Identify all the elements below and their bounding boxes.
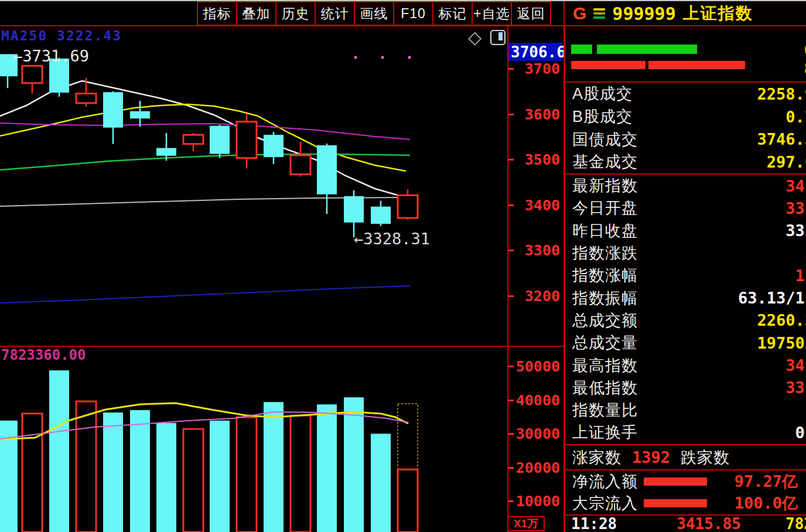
- tick-dash: [508, 68, 514, 70]
- candle-down: [344, 196, 364, 223]
- ma250-label: MA250 3222.43: [1, 28, 122, 43]
- symbol-name: 上证指数: [683, 2, 753, 25]
- diamond-marker-icon: ◇: [468, 27, 481, 47]
- status-volume: 782: [785, 515, 806, 532]
- candle-down: [371, 207, 391, 224]
- volume-bar-up: [76, 401, 96, 532]
- volume-bar-down: [317, 404, 337, 532]
- row-value: 343: [785, 356, 806, 374]
- row-label: 基金成交: [572, 151, 638, 172]
- volume-bar-down: [371, 434, 391, 532]
- index-stat-row: 昨日收盘335: [565, 220, 806, 242]
- menu-item-统计[interactable]: 统计: [315, 1, 355, 26]
- candle-up: [237, 122, 257, 158]
- price-tick: 3700: [510, 60, 560, 77]
- row-label: 指数涨幅: [572, 265, 638, 286]
- index-stat-row: 最高指数343: [565, 354, 806, 376]
- tick-dash: [508, 159, 514, 161]
- row-label: 国债成交: [572, 129, 638, 150]
- volume-bar-up: [398, 469, 418, 532]
- volume-bar-down: [156, 423, 176, 532]
- flow-row: 净流入额97.27亿: [565, 470, 806, 493]
- buy-volume-value: 6: [804, 40, 806, 60]
- volume-tick: 40000: [510, 392, 560, 409]
- volume-pane[interactable]: [0, 347, 507, 532]
- advancers-value: 1392: [632, 448, 670, 466]
- quote-panel: 6 8 A股成交2258.9B股成交0.7国债成交3746.3基金成交297.6…: [565, 26, 806, 532]
- volume-chart[interactable]: [0, 347, 507, 532]
- row-label: 指数振幅: [572, 288, 638, 309]
- menu-item-F10[interactable]: F10: [393, 1, 433, 26]
- tick-dash: [508, 250, 514, 251]
- decliners-label: 跌家数: [681, 447, 730, 468]
- volume-bar-up: [22, 414, 42, 532]
- menu-bar: 指标叠加历史统计画线F10标记+自选返回: [198, 1, 551, 26]
- row-value: 0.: [795, 424, 806, 442]
- ma20-magenta: [0, 123, 410, 139]
- tick-dash: [508, 400, 514, 401]
- index-stats-section: 最新指数341今日开盘336昨日收盘335指数涨跌5指数涨幅1.指数振幅63.1…: [565, 173, 806, 444]
- marker-dot: [381, 56, 384, 59]
- price-axis: 370036003500340033003200: [508, 26, 562, 346]
- volume-bar-up: [237, 417, 257, 532]
- menu-item-指标[interactable]: 指标: [197, 1, 237, 26]
- row-label: B股成交: [572, 106, 633, 127]
- candle-down: [264, 135, 284, 157]
- stock-terminal-app: 指标叠加历史统计画线F10标记+自选返回 G 999999 上证指数 MA250…: [0, 0, 806, 532]
- hamburger-icon[interactable]: [593, 8, 605, 19]
- index-stat-row: 总成交量197503: [565, 332, 806, 354]
- row-value: 2260.3: [757, 311, 806, 329]
- candle-up: [291, 155, 310, 175]
- menu-item-历史[interactable]: 历史: [275, 1, 316, 26]
- axis-divider: [507, 26, 508, 532]
- marker-dot: [354, 56, 357, 59]
- pane-divider: [0, 346, 563, 347]
- candlestick-chart[interactable]: [0, 26, 507, 346]
- menu-underline: [0, 25, 806, 26]
- row-label: 总成交量: [572, 332, 638, 353]
- menu-item-标记[interactable]: 标记: [432, 1, 473, 26]
- candle-down: [130, 111, 150, 118]
- candle-up: [76, 94, 96, 103]
- volume-bar-down: [130, 410, 150, 532]
- menu-item-返回[interactable]: 返回: [511, 1, 551, 26]
- status-time: 11:28: [571, 515, 617, 532]
- volume-unit-label: X1万: [507, 516, 545, 531]
- menu-item-叠加[interactable]: 叠加: [236, 1, 276, 26]
- high-price-label: ←3731.69: [13, 47, 89, 65]
- turnover-row: B股成交0.7: [565, 105, 806, 128]
- tick-dash: [508, 295, 514, 297]
- bid-ask-gauges: 6 8: [565, 26, 806, 81]
- candle-down: [156, 148, 176, 156]
- menu-item-+自选[interactable]: +自选: [472, 1, 512, 26]
- row-value: 336: [785, 199, 806, 217]
- window-toggle-icon[interactable]: [490, 30, 506, 45]
- row-value: 341: [785, 177, 806, 195]
- ma250-blue: [0, 286, 410, 303]
- tick-dash: [508, 467, 514, 469]
- row-value: 297.6: [767, 153, 806, 171]
- index-stat-row: 指数量比: [565, 399, 806, 421]
- index-stat-row: 指数涨跌5: [565, 242, 806, 264]
- row-label: 昨日收盘: [572, 220, 638, 241]
- index-stat-row: 今日开盘336: [565, 197, 806, 219]
- volume-bar-down: [103, 412, 123, 532]
- volume-bar-down: [49, 370, 69, 532]
- index-stat-row: 指数涨幅1.: [565, 264, 806, 287]
- candle-up: [183, 135, 203, 144]
- symbol-header: G 999999 上证指数: [565, 1, 806, 26]
- turnover-row: 国债成交3746.3: [565, 128, 806, 151]
- volume-tick: 30000: [510, 425, 560, 442]
- g-badge: G: [573, 4, 586, 23]
- breadth-row: 涨家数 1392 跌家数: [565, 444, 806, 469]
- candlestick-pane[interactable]: [0, 26, 507, 346]
- index-stat-row: 指数振幅63.13/1.: [565, 287, 806, 309]
- menu-item-画线[interactable]: 画线: [354, 1, 394, 26]
- row-value: 197503: [757, 334, 806, 352]
- top-edge-line: [0, 0, 806, 1]
- index-stat-row: 最低指数336: [565, 377, 806, 399]
- row-value: 63.13/1.: [738, 289, 806, 307]
- volume-tick: 10000: [510, 493, 560, 510]
- row-label: 指数涨跌: [572, 243, 638, 264]
- row-label: 总成交额: [572, 310, 638, 331]
